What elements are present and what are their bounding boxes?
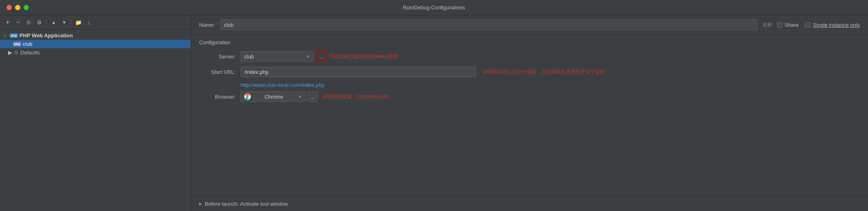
svg-point-2 xyxy=(247,96,248,97)
single-instance-checkbox-wrap[interactable]: Single instance only xyxy=(805,22,860,28)
main-container: + − ⎘ ⚙ ▲ ▼ 📁 ↕ ▼ php PHP Web Applicatio… xyxy=(0,15,868,211)
header-right: Share Single instance only xyxy=(777,22,860,28)
tree-item-club[interactable]: php club xyxy=(0,40,191,48)
name-hint: 名称 xyxy=(762,22,772,28)
php-file-icon: php xyxy=(13,42,21,46)
toolbar-separator xyxy=(46,19,47,26)
chevron-down-icon: ▼ xyxy=(3,34,8,38)
toolbar: + − ⎘ ⚙ ▲ ▼ 📁 ↕ xyxy=(0,15,191,30)
right-panel: Name: 名称 Share Single instance only Conf… xyxy=(191,15,868,211)
title-bar: Run/Debug Configurations xyxy=(0,0,868,15)
server-row: Server: club ▼ ... 可以选择已配置好的xdebug服务 xyxy=(199,51,860,62)
share-checkbox-wrap[interactable]: Share xyxy=(777,22,799,28)
minimize-button[interactable] xyxy=(15,5,20,10)
close-button[interactable] xyxy=(7,5,12,10)
remove-button[interactable]: − xyxy=(14,18,23,27)
start-url-annotation: 调试项目的入口文件链接，点击调试会直接打开这个链接 xyxy=(483,69,605,75)
server-dropdown[interactable]: club ▼ xyxy=(241,51,314,62)
add-button[interactable]: + xyxy=(3,18,12,27)
settings-button[interactable]: ⚙ xyxy=(35,18,44,27)
window-title: Run/Debug Configurations xyxy=(403,4,465,11)
browser-label: Browser: xyxy=(199,94,236,100)
before-launch-label: Before launch: Activate tool window xyxy=(205,201,288,207)
server-select-wrap: club ▼ ... 可以选择已配置好的xdebug服务 xyxy=(241,51,399,62)
browser-row: Browser: xyxy=(199,91,860,102)
browser-annotation: 调试的浏览器（以chrome为例） xyxy=(323,93,393,100)
server-ellipsis-button[interactable]: ... xyxy=(316,51,327,62)
configuration-tree: ▼ php PHP Web Application php club ▶ ⚙ D… xyxy=(0,30,191,211)
tree-item-label: club xyxy=(23,41,33,47)
tree-group-label: PHP Web Application xyxy=(20,32,73,39)
single-instance-checkbox[interactable] xyxy=(805,22,810,28)
browser-select-wrap: Chrome ▼ ... 调试的浏览器（以chrome为例） xyxy=(241,91,393,102)
name-label: Name: xyxy=(199,22,215,28)
chevron-right-icon: ▶ xyxy=(8,50,12,56)
defaults-label: Defaults xyxy=(20,50,40,56)
start-url-row: Start URL: 调试项目的入口文件链接，点击调试会直接打开这个链接 xyxy=(199,67,860,77)
start-url-label: Start URL: xyxy=(199,69,236,75)
url-input-wrap: 调试项目的入口文件链接，点击调试会直接打开这个链接 xyxy=(241,67,860,77)
php-icon: php xyxy=(10,33,18,38)
name-input[interactable] xyxy=(220,19,757,30)
share-label: Share xyxy=(785,22,799,28)
before-launch-section[interactable]: ▶ Before launch: Activate tool window xyxy=(191,196,868,211)
server-label: Server: xyxy=(199,54,236,60)
server-annotation: 可以选择已配置好的xdebug服务 xyxy=(329,53,399,60)
tree-item-defaults[interactable]: ▶ ⚙ Defaults xyxy=(0,48,191,57)
browser-icon-wrap xyxy=(244,93,252,100)
move-down-button[interactable]: ▼ xyxy=(60,18,69,27)
copy-button[interactable]: ⎘ xyxy=(24,18,33,27)
window-controls[interactable] xyxy=(7,5,29,10)
browser-dropdown[interactable]: Chrome ▼ xyxy=(241,91,306,102)
resolved-url[interactable]: http://www.club-local.com/index.php xyxy=(241,82,860,88)
browser-ellipsis-button[interactable]: ... xyxy=(307,91,318,102)
start-url-input[interactable] xyxy=(241,67,476,77)
single-instance-label: Single instance only xyxy=(813,22,860,28)
folder-button[interactable]: 📁 xyxy=(74,18,83,27)
browser-dropdown-arrow-icon: ▼ xyxy=(298,95,302,99)
browser-value: Chrome xyxy=(265,94,283,100)
expand-arrow-icon: ▶ xyxy=(199,202,202,206)
dropdown-arrow-icon: ▼ xyxy=(306,54,310,59)
tree-group-php-web-app[interactable]: ▼ php PHP Web Application xyxy=(0,31,191,40)
share-checkbox[interactable] xyxy=(777,22,782,28)
move-up-button[interactable]: ▲ xyxy=(49,18,58,27)
left-panel: + − ⎘ ⚙ ▲ ▼ 📁 ↕ ▼ php PHP Web Applicatio… xyxy=(0,15,191,211)
toolbar-separator2 xyxy=(71,19,72,26)
config-section: Configuration Server: club ▼ ... 可以选择已配置… xyxy=(191,34,868,196)
name-row: Name: 名称 Share Single instance only xyxy=(191,15,868,34)
gear-icon: ⚙ xyxy=(14,50,19,56)
maximize-button[interactable] xyxy=(24,5,29,10)
server-value: club xyxy=(244,54,254,60)
section-title: Configuration xyxy=(199,39,860,45)
sort-button[interactable]: ↕ xyxy=(85,18,93,27)
chrome-icon xyxy=(244,93,251,100)
